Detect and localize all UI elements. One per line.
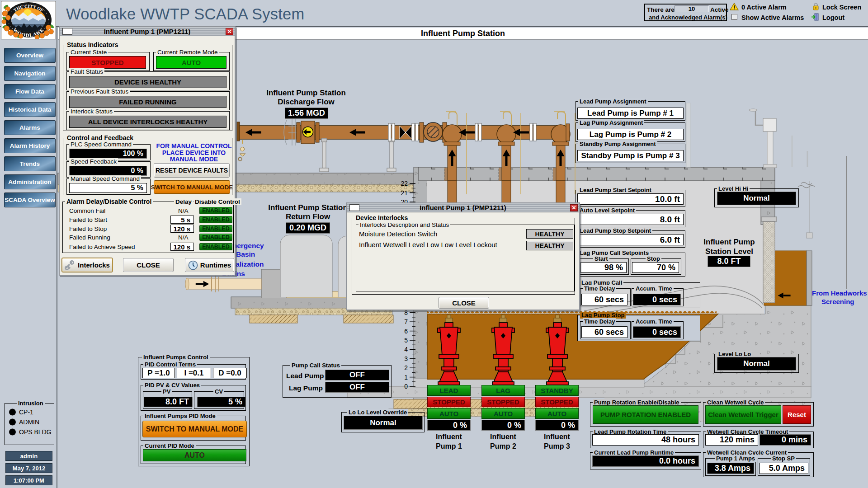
svg-text:From Headworks: From Headworks bbox=[812, 289, 867, 297]
svg-text:1: 1 bbox=[404, 374, 408, 381]
svg-text:4: 4 bbox=[404, 346, 408, 353]
svg-text:3: 3 bbox=[404, 355, 408, 362]
svg-text:7: 7 bbox=[404, 318, 408, 325]
svg-text:5: 5 bbox=[404, 337, 408, 344]
svg-text:2: 2 bbox=[404, 364, 408, 371]
svg-text:6: 6 bbox=[404, 328, 408, 335]
svg-text:21: 21 bbox=[401, 189, 408, 197]
svg-text:Screening: Screening bbox=[821, 298, 854, 305]
svg-text:Basin: Basin bbox=[236, 250, 255, 258]
svg-text:22: 22 bbox=[401, 180, 408, 187]
svg-text:0: 0 bbox=[404, 383, 408, 390]
